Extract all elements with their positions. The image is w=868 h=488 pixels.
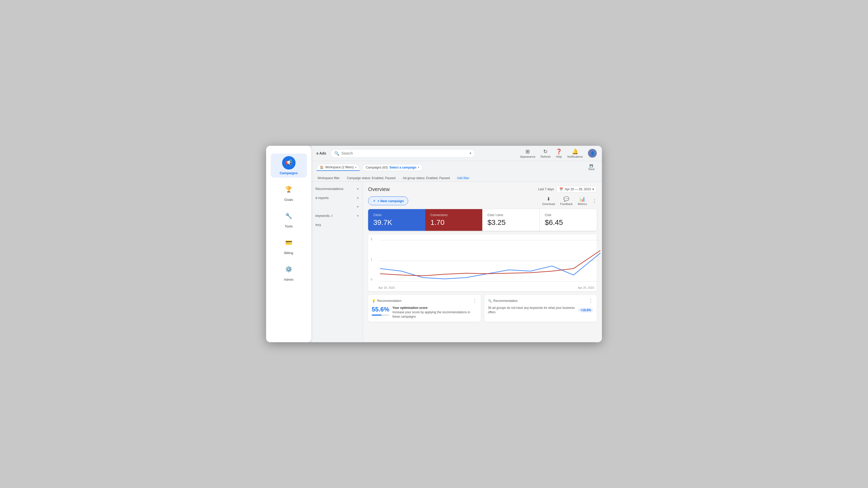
reports-label: d reports [315, 196, 329, 200]
main-panel: e Ads 🔍 ▾ ⊞ Appearance ↻ Refresh ❓ Help [311, 146, 602, 342]
sidebar-billing-label: Billing [284, 251, 293, 255]
sidebar-tools-label: Tools [285, 224, 292, 228]
metrics-icon: 📊 [580, 196, 585, 202]
rec-1-desc: Increase your score by applying the reco… [393, 310, 477, 319]
x-label-end: Apr 25, 2023 [578, 286, 594, 289]
workspace-filter-tag[interactable]: Workspace filter [316, 175, 341, 181]
rec-1-progress-bar [372, 315, 389, 316]
plus-icon: ＋ [373, 199, 376, 203]
refresh-button[interactable]: ↻ Refresh [541, 148, 551, 158]
sidebar-item-billing[interactable]: 💳 Billing [271, 233, 307, 257]
y-label-2: 2 [371, 237, 372, 241]
sub-nav: Workspace filter Campaign status: Enable… [311, 174, 602, 182]
new-campaign-button[interactable]: ＋ + New campaign [368, 196, 408, 205]
user-avatar[interactable]: 👤 [588, 149, 597, 158]
feedback-button[interactable]: 💬 Feedback [560, 196, 572, 205]
campaigns-filter[interactable]: Campaigns (63) Select a campaign ▾ [363, 164, 423, 171]
chart-y-labels: 2 1 0 [371, 237, 372, 281]
lightbulb-icon-2: 🔍 [488, 299, 492, 303]
notifications-label: Notifications [567, 155, 583, 158]
nav-item-3[interactable]: ▾ [311, 202, 363, 211]
tools-icon: 🔧 [282, 209, 296, 223]
rec-2-label: 🔍 Recommendation [488, 299, 518, 303]
cost-value: $6.45 [545, 219, 592, 227]
sidebar-item-campaigns[interactable]: 📢 Campaigns [271, 153, 307, 178]
conversions-label: Conversions [430, 213, 477, 217]
date-range-value: Apr 20 — 26, 2023 [565, 188, 591, 191]
campaign-status-filter-tag[interactable]: Campaign status: Enabled, Paused [346, 175, 397, 181]
refresh-icon: ↻ [543, 148, 548, 154]
topbar-actions: ⊞ Appearance ↻ Refresh ❓ Help 🔔 Notifica… [520, 148, 597, 158]
adgroup-status-filter-tag[interactable]: Ad group status: Enabled, Paused [402, 175, 451, 181]
content-area: Recommendations ▾ d reports ▾ ▾ keywords… [311, 182, 602, 342]
history-nav[interactable]: tory [311, 220, 363, 229]
notifications-button[interactable]: 🔔 Notifications [567, 148, 583, 158]
campaigns-chevron-icon: ▾ [418, 166, 419, 169]
feedback-label: Feedback [560, 202, 572, 205]
select-campaign-label: Select a campaign [389, 166, 416, 169]
metrics-button[interactable]: 📊 Metrics [578, 196, 587, 205]
cost-stat: Cost $6.45 [540, 209, 597, 231]
rec-1-progress-fill [372, 315, 381, 316]
conversions-stat: Conversions 1.70 [425, 209, 482, 231]
stats-row: Clicks 39.7K Conversions 1.70 Cost / con… [368, 209, 597, 231]
keywords-nav[interactable]: keywords, t ▾ [311, 211, 363, 220]
y-label-1: 1 [371, 258, 372, 261]
cost-conv-label: Cost / conv. [488, 213, 534, 217]
sidebar-item-admin[interactable]: ⚙️ Admin [271, 260, 307, 284]
search-input[interactable] [342, 151, 468, 155]
billing-icon: 💳 [282, 236, 296, 250]
campaigns-icon: 📢 [282, 156, 296, 170]
topbar: e Ads 🔍 ▾ ⊞ Appearance ↻ Refresh ❓ Help [311, 146, 602, 161]
clicks-label: Clicks [373, 213, 420, 217]
admin-icon: ⚙️ [282, 263, 296, 276]
rec-1-score: 55.6% [372, 306, 389, 313]
overview-title: Overview [368, 186, 390, 192]
help-button[interactable]: ❓ Help [556, 148, 562, 158]
chart-x-labels: Apr 19, 2023 Apr 25, 2023 [378, 286, 594, 289]
campaigns-filter-label: Campaigns (63) [366, 166, 388, 169]
brand-label: e Ads [316, 151, 326, 155]
sidebar-item-tools[interactable]: 🔧 Tools [271, 207, 307, 231]
help-icon: ❓ [556, 148, 562, 154]
rec-1-label: 💡 Recommendation [372, 299, 401, 303]
overview-header: Overview Last 7 days 📅 Apr 20 — 26, 2023… [368, 186, 597, 193]
rec-1-header: 💡 Recommendation ⋮ [372, 298, 477, 304]
recommendations-chevron-icon: ▾ [357, 187, 359, 191]
save-button[interactable]: 💾 Save [586, 163, 597, 172]
save-icon: 💾 [590, 164, 593, 168]
search-bar[interactable]: 🔍 ▾ [331, 149, 475, 158]
add-filter-button[interactable]: Add filter [456, 175, 470, 181]
download-button[interactable]: ⬇ Download [542, 196, 555, 205]
recommendations-row: 💡 Recommendation ⋮ 55.6% [368, 295, 597, 322]
appearance-button[interactable]: ⊞ Appearance [520, 148, 535, 158]
rec-1-more-icon[interactable]: ⋮ [472, 298, 477, 304]
toolbar-row: ＋ + New campaign ⬇ Download 💬 Feedback [368, 196, 597, 205]
sidebar-item-goals[interactable]: 🏆 Goals [271, 180, 307, 204]
save-label: Save [588, 168, 595, 171]
workspace-filter[interactable]: 🏠 Workspace (2 filters) ▾ [316, 164, 360, 171]
reports-nav[interactable]: d reports ▾ [311, 193, 363, 202]
recommendations-label: Recommendations [315, 187, 343, 191]
download-icon: ⬇ [547, 196, 551, 202]
rec-1-title-text: Your optimization score [393, 306, 428, 310]
keywords-chevron-icon: ▾ [357, 214, 359, 218]
new-campaign-label: + New campaign [377, 199, 404, 203]
workspace-chevron-icon: ▾ [355, 166, 356, 169]
rec-2-more-icon[interactable]: ⋮ [588, 298, 593, 304]
bell-icon: 🔔 [572, 148, 579, 154]
rec-2-label-text: Recommendation [493, 299, 518, 303]
search-icon: 🔍 [334, 151, 339, 156]
more-options-icon[interactable]: ⋮ [592, 198, 597, 204]
date-range-button[interactable]: 📅 Apr 20 — 26, 2023 ▾ [556, 186, 597, 193]
keywords-label: keywords, t [315, 214, 333, 218]
cost-conv-value: $3.25 [488, 219, 534, 227]
recommendations-nav[interactable]: Recommendations ▾ [311, 184, 363, 193]
x-label-start: Apr 19, 2023 [378, 286, 395, 289]
chart-area: 2 1 0 Apr 19, 20 [368, 234, 597, 291]
refresh-label: Refresh [541, 155, 551, 158]
nav-item-3-chevron-icon: ▾ [357, 205, 359, 209]
chart-svg [380, 237, 600, 284]
feedback-icon: 💬 [563, 196, 569, 202]
clicks-value: 39.7K [373, 219, 420, 227]
